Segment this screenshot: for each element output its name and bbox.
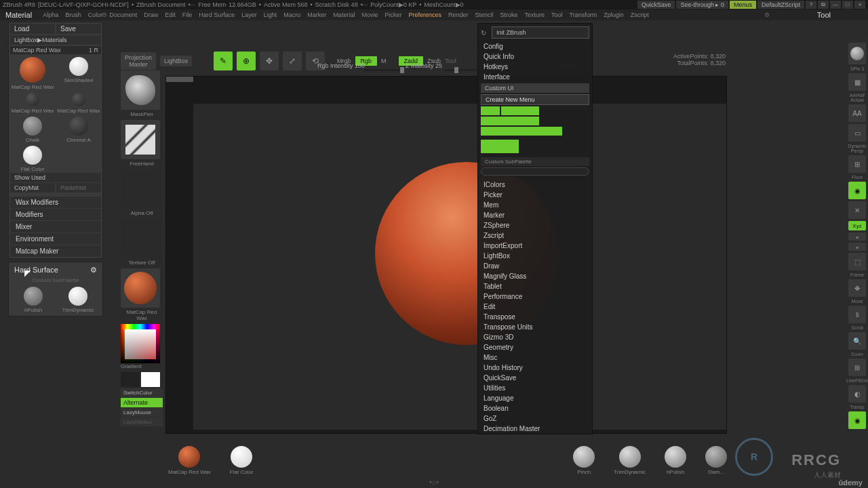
shelf-item-trimdynamic[interactable]: TrimDynamic: [614, 446, 646, 475]
transp-button[interactable]: ◐: [848, 385, 866, 403]
pref-utilities[interactable]: Utilities: [478, 383, 592, 393]
section-wax-modifiers[interactable]: Wax Modifiers: [10, 197, 101, 208]
menu-stroke[interactable]: Stroke: [500, 12, 518, 18]
pref-quick-info[interactable]: Quick Info: [478, 52, 592, 62]
shelf-item-dam[interactable]: Dam...: [705, 446, 727, 475]
material-swatch-chalk[interactable]: Chalk: [10, 115, 55, 143]
section-matcap-maker[interactable]: Matcap Maker: [10, 245, 101, 257]
menu-light[interactable]: Light: [264, 12, 277, 18]
pref-language[interactable]: Language: [478, 393, 592, 403]
floor-button[interactable]: ⊞: [848, 155, 866, 173]
pref-transpose[interactable]: Transpose: [478, 312, 592, 322]
menu-file[interactable]: File: [182, 12, 193, 18]
tool-preview-slot[interactable]: [848, 43, 866, 64]
menu-document[interactable]: Document: [109, 12, 137, 18]
pref-decimation[interactable]: Decimation Master: [478, 424, 592, 434]
xyz-button[interactable]: Xyz: [848, 221, 866, 230]
material-swatch-chrome[interactable]: Chrome A: [56, 115, 101, 143]
brush-slot[interactable]: [121, 70, 160, 110]
save-button[interactable]: Save: [56, 24, 101, 34]
spix-label[interactable]: SPix 3: [846, 66, 868, 71]
menu-render[interactable]: Render: [448, 12, 469, 18]
small-x[interactable]: ∘: [848, 232, 866, 241]
minimize-button[interactable]: —: [830, 1, 841, 9]
projection-master-button[interactable]: Projection Master: [121, 52, 156, 70]
alpha-slot[interactable]: [121, 169, 160, 209]
menu-marker[interactable]: Marker: [307, 12, 326, 18]
pref-transpose-units[interactable]: Transpose Units: [478, 322, 592, 332]
small-y[interactable]: ∘: [848, 243, 866, 251]
copymat-button[interactable]: CopyMat: [10, 183, 55, 192]
section-modifiers[interactable]: Modifiers: [10, 209, 101, 220]
material-swatch-3[interactable]: MatCap Red Wax: [10, 92, 55, 114]
show-used-button[interactable]: Show Used: [10, 173, 101, 182]
menu-preferences[interactable]: Preferences: [408, 12, 441, 18]
brush-trimdynamic[interactable]: TrimDynamic: [56, 285, 100, 313]
pref-performance[interactable]: Performance: [478, 291, 592, 302]
stroke-slot[interactable]: [121, 120, 160, 159]
lazymouse-button[interactable]: LazyMouse: [121, 408, 163, 417]
pref-config[interactable]: Config: [478, 41, 592, 52]
move-mode-icon[interactable]: ✥: [260, 52, 279, 70]
pref-boolean[interactable]: Boolean: [478, 403, 592, 413]
gear-icon[interactable]: ⚙: [102, 12, 107, 18]
viewport[interactable]: [193, 104, 726, 430]
pref-mem[interactable]: Mem: [478, 200, 592, 210]
custom-subpalette-button[interactable]: Custom SubPalette: [481, 157, 589, 166]
ui-color-bars[interactable]: [481, 106, 589, 153]
refresh-icon[interactable]: ↻: [481, 29, 486, 37]
bpx-button[interactable]: ▦: [848, 73, 866, 91]
pref-icolors[interactable]: IColors: [478, 180, 592, 190]
subpalette-field[interactable]: [481, 167, 589, 176]
menu-material[interactable]: Material: [333, 12, 355, 18]
alternate-button[interactable]: Alternate: [121, 398, 163, 407]
menu-stencil[interactable]: Stencil: [475, 12, 493, 18]
frame-button[interactable]: ⬚: [848, 253, 866, 270]
pref-marker[interactable]: Marker: [478, 210, 592, 220]
shelf-item-flatcolor[interactable]: Flat Color: [230, 446, 254, 475]
section-environment[interactable]: Environment: [10, 233, 101, 245]
switch-color-button[interactable]: SwitchColor: [121, 388, 163, 397]
seethrough-slider[interactable]: See-through ▸ 0: [676, 1, 728, 9]
menu-macro[interactable]: Macro: [283, 12, 300, 18]
shelf-item-matcap[interactable]: MatCap Red Wax: [168, 446, 211, 475]
shelf-handle-icon[interactable]: ▾△▾: [429, 479, 439, 485]
rgb-intensity-slider[interactable]: [363, 69, 404, 71]
grid-button[interactable]: ⊞: [848, 359, 866, 376]
help-button[interactable]: ?: [806, 1, 816, 9]
pref-gizmo3d[interactable]: Gizmo 3D: [478, 332, 592, 342]
menu-zplugin[interactable]: Zplugin: [604, 12, 624, 18]
zoom-button[interactable]: 🔍: [848, 332, 866, 350]
lightbox-materials-link[interactable]: Lightbox▶Materials: [10, 35, 101, 45]
pref-magnify[interactable]: Magnify Glass: [478, 271, 592, 281]
persp-button[interactable]: ▭: [848, 124, 866, 142]
axis-button[interactable]: ✕: [848, 201, 866, 219]
primary-color-swatch[interactable]: [141, 372, 160, 387]
material-slot[interactable]: [121, 268, 160, 308]
solo-button[interactable]: ◉: [848, 411, 866, 429]
color-picker[interactable]: [121, 324, 160, 363]
pref-tablet[interactable]: Tablet: [478, 281, 592, 291]
shelf-item-pinch[interactable]: Pinch: [573, 446, 595, 475]
menus-button[interactable]: Menus: [730, 1, 756, 9]
secondary-color-swatch[interactable]: [121, 372, 140, 387]
pref-geometry[interactable]: Geometry: [478, 342, 592, 352]
menu-movie[interactable]: Movie: [361, 12, 378, 18]
load-button[interactable]: Load: [10, 24, 55, 34]
pref-zscript[interactable]: Zscript: [478, 230, 592, 241]
m-label[interactable]: M: [381, 58, 387, 64]
timeline-marker[interactable]: [166, 77, 193, 82]
menu-texture[interactable]: Texture: [525, 12, 545, 18]
move-button[interactable]: ✥: [848, 279, 866, 297]
menu-color[interactable]: Color: [88, 12, 103, 18]
close-button[interactable]: ×: [854, 1, 865, 9]
lightbox-button[interactable]: LightBox: [160, 56, 192, 66]
pref-picker[interactable]: Picker: [478, 190, 592, 200]
material-swatch-flatcolor[interactable]: Flat Color: [10, 144, 55, 172]
custom-ui-header[interactable]: Custom UI: [481, 83, 589, 93]
gear-icon[interactable]: ⚙: [90, 266, 97, 274]
menu-brush[interactable]: Brush: [65, 12, 81, 18]
material-swatch-red[interactable]: MatCap Red Wax: [10, 56, 55, 90]
pref-interface[interactable]: Interface: [478, 72, 592, 82]
pref-undo-history[interactable]: Undo History: [478, 363, 592, 373]
